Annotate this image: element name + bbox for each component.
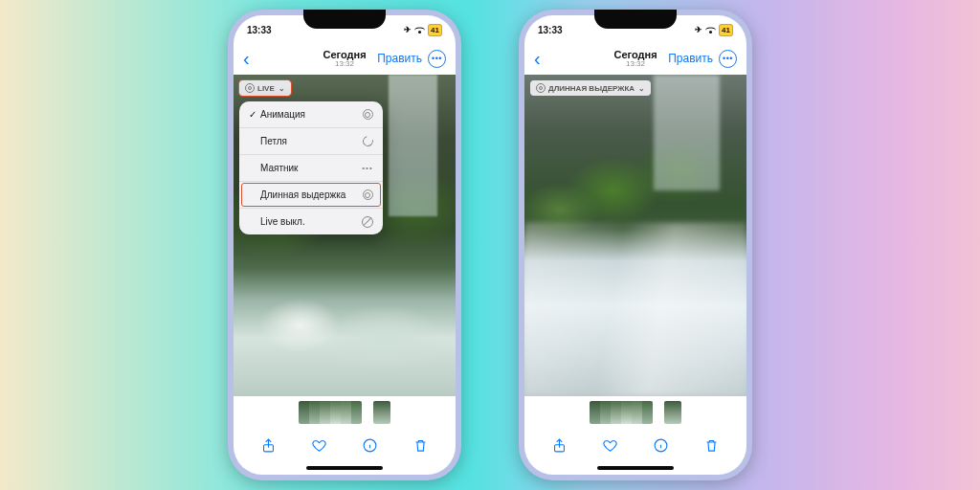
nav-bar: ‹ Сегодня 13:32 Править ••• — [234, 42, 456, 75]
long-exposure-badge[interactable]: ДЛИННАЯ ВЫДЕРЖКА ⌄ — [530, 80, 651, 96]
menu-item-0[interactable]: ✓Анимация — [239, 101, 383, 128]
battery-indicator: 41 — [428, 24, 442, 36]
thumbnail-group[interactable] — [590, 401, 653, 424]
menu-item-icon: ••• — [362, 163, 373, 174]
photo-viewport[interactable]: LIVE ⌄ ✓АнимацияПетляМаятник•••Длинная в… — [234, 75, 456, 396]
thumbnail-scrubber[interactable] — [234, 396, 456, 429]
airplane-mode-icon: ✈ — [695, 25, 702, 34]
menu-item-icon — [362, 216, 373, 228]
status-time: 13:33 — [538, 25, 584, 35]
edit-button[interactable]: Править — [668, 52, 713, 65]
live-badge-label: LIVE — [257, 84, 275, 93]
home-indicator[interactable] — [524, 461, 746, 475]
thumbnail-group[interactable] — [299, 401, 362, 424]
status-time: 13:33 — [247, 25, 293, 35]
gradient-backdrop: { "status": { "time": "13:33", "battery"… — [0, 0, 980, 490]
screen-right: 13:33 ✈ 41 ‹ Сегодня 13:32 Править ••• — [524, 15, 746, 475]
effect-badge-label: ДЛИННАЯ ВЫДЕРЖКА — [548, 84, 635, 93]
status-icons: ✈ 41 — [695, 24, 733, 36]
menu-item-4[interactable]: Live выкл. — [239, 209, 383, 234]
live-effect-menu: ✓АнимацияПетляМаятник•••Длинная выдержка… — [239, 101, 383, 234]
more-button[interactable]: ••• — [719, 50, 737, 68]
bottom-toolbar — [524, 429, 746, 461]
status-icons: ✈ 41 — [404, 24, 442, 36]
chevron-down-icon: ⌄ — [278, 84, 285, 93]
menu-item-icon — [362, 109, 373, 121]
menu-item-icon — [362, 189, 373, 201]
menu-item-label: Петля — [260, 136, 362, 146]
chevron-down-icon: ⌄ — [638, 84, 645, 93]
delete-button[interactable] — [702, 435, 722, 455]
menu-item-label: Длинная выдержка — [260, 189, 362, 200]
back-button[interactable]: ‹ — [534, 49, 541, 68]
iphone-mockup-left: 13:33 ✈ 41 ‹ Сегодня 13:32 Править ••• — [228, 10, 461, 480]
info-button[interactable] — [361, 435, 380, 455]
favorite-button[interactable] — [310, 435, 329, 455]
live-icon — [536, 83, 546, 93]
more-button[interactable]: ••• — [428, 50, 446, 68]
favorite-button[interactable] — [601, 435, 620, 455]
thumbnail-single[interactable] — [664, 401, 681, 424]
menu-item-label: Маятник — [260, 163, 362, 173]
menu-item-1[interactable]: Петля — [239, 128, 383, 155]
wifi-icon — [414, 26, 425, 33]
nav-bar: ‹ Сегодня 13:32 Править ••• — [524, 42, 746, 75]
menu-item-2[interactable]: Маятник••• — [239, 155, 383, 182]
battery-indicator: 41 — [719, 24, 733, 36]
menu-item-label: Анимация — [260, 109, 362, 120]
share-button[interactable] — [550, 435, 569, 455]
menu-item-icon — [362, 136, 373, 147]
iphone-mockup-right: 13:33 ✈ 41 ‹ Сегодня 13:32 Править ••• — [519, 10, 752, 480]
check-icon: ✓ — [249, 109, 260, 120]
notch — [594, 10, 677, 29]
edit-button[interactable]: Править — [377, 52, 422, 65]
notch — [303, 10, 386, 29]
info-button[interactable] — [652, 435, 671, 455]
bottom-toolbar — [234, 429, 456, 461]
menu-item-label: Live выкл. — [260, 216, 362, 227]
live-icon — [245, 83, 255, 93]
thumbnail-single[interactable] — [373, 401, 390, 424]
home-indicator[interactable] — [234, 461, 456, 475]
airplane-mode-icon: ✈ — [404, 25, 412, 34]
menu-item-3[interactable]: Длинная выдержка — [239, 182, 383, 209]
back-button[interactable]: ‹ — [243, 49, 250, 68]
thumbnail-scrubber[interactable] — [524, 396, 746, 429]
screen-left: 13:33 ✈ 41 ‹ Сегодня 13:32 Править ••• — [234, 15, 456, 475]
photo-viewport[interactable]: ДЛИННАЯ ВЫДЕРЖКА ⌄ — [524, 75, 746, 396]
share-button[interactable] — [259, 435, 278, 455]
live-badge[interactable]: LIVE ⌄ — [239, 80, 291, 96]
delete-button[interactable] — [412, 435, 431, 455]
wifi-icon — [705, 26, 716, 33]
